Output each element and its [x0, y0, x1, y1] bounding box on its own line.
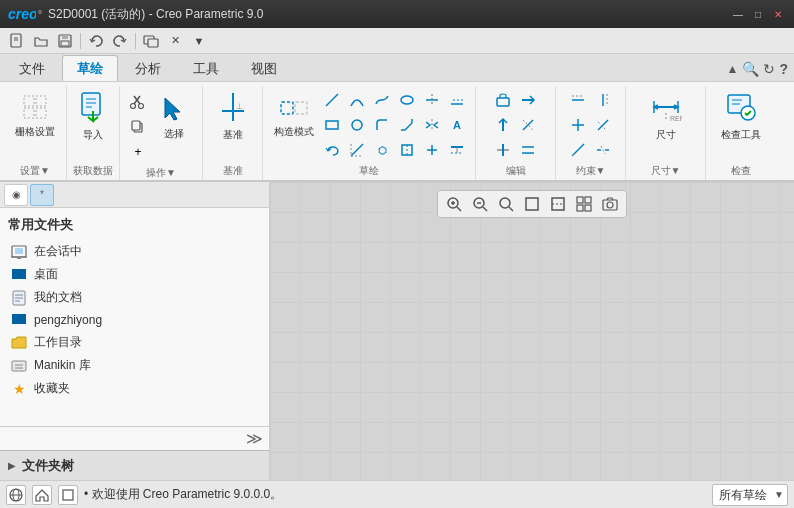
sidebar-item-docs[interactable]: 我的文档 [8, 286, 261, 309]
constraint-btn4[interactable] [591, 113, 615, 137]
maximize-button[interactable]: □ [750, 6, 766, 22]
import-button[interactable]: 导入 [73, 88, 113, 144]
datum-button[interactable]: ⊥ 基准 [215, 88, 251, 144]
grid-settings-button[interactable]: 栅格设置 [10, 88, 60, 144]
new-button[interactable] [6, 30, 28, 52]
copy-button[interactable] [126, 115, 150, 139]
resize-button[interactable] [395, 138, 419, 162]
status-box-button[interactable] [58, 485, 78, 505]
close-button[interactable]: ✕ [770, 6, 786, 22]
sidebar-item-favorites-label: 收藏夹 [34, 380, 70, 397]
tab-sketch[interactable]: 草绘 [62, 55, 118, 81]
constraint-btn1[interactable] [566, 88, 590, 112]
rotate-button[interactable] [320, 138, 344, 162]
mirror-button[interactable] [420, 113, 444, 137]
sidebar-item-session[interactable]: 在会话中 [8, 240, 261, 263]
thicken-button[interactable] [445, 138, 469, 162]
view-box2-button[interactable] [546, 193, 570, 215]
constraint-btn3[interactable] [566, 113, 590, 137]
sketch-group: 构造模式 [263, 86, 476, 180]
file-tree-section[interactable]: ▶ 文件夹树 [0, 450, 269, 480]
paste-button[interactable]: + [126, 140, 150, 164]
operations-group-content: + 选择 [126, 88, 196, 164]
dropdown-arrow-btn[interactable]: ▼ [188, 30, 210, 52]
sidebar-tab-1[interactable]: ◉ [4, 184, 28, 206]
window-controls[interactable]: — □ ✕ [730, 6, 786, 22]
pattern-button[interactable] [420, 138, 444, 162]
open-button[interactable] [30, 30, 52, 52]
ellipse-button[interactable] [395, 88, 419, 112]
tab-file[interactable]: 文件 [4, 55, 60, 81]
constraint-btn2[interactable] [591, 88, 615, 112]
refresh-icon[interactable]: ↻ [763, 61, 775, 77]
svg-text:REF: REF [670, 115, 682, 122]
svg-line-90 [457, 207, 461, 211]
sidebar-item-manikin[interactable]: Manikin 库 [8, 354, 261, 377]
view-grid-button[interactable] [572, 193, 596, 215]
line-button[interactable] [320, 88, 344, 112]
collapse-ribbon-icon[interactable]: ▲ [727, 62, 739, 76]
zoom-in-button[interactable] [442, 193, 466, 215]
camera-button[interactable] [598, 193, 622, 215]
edit-btn5[interactable] [491, 138, 515, 162]
zoom-fit-button[interactable] [494, 193, 518, 215]
dimension-group-label[interactable]: 尺寸▼ [632, 162, 699, 180]
switch-window-button[interactable] [140, 30, 162, 52]
arc-button[interactable] [345, 88, 369, 112]
expand-icon[interactable]: ≫ [246, 429, 263, 448]
tab-analysis[interactable]: 分析 [120, 55, 176, 81]
spline-button[interactable] [370, 88, 394, 112]
sidebar-tab-2[interactable]: * [30, 184, 54, 206]
chamfer-button[interactable] [395, 113, 419, 137]
edit-btn2[interactable] [516, 88, 540, 112]
select-button[interactable]: 选择 [152, 90, 196, 146]
constraint-group-label[interactable]: 约束▼ [562, 162, 619, 180]
sidebar-item-workdir[interactable]: 工作目录 [8, 331, 261, 354]
sidebar-item-pengzhiyong[interactable]: pengzhiyong [8, 309, 261, 331]
fillet-button[interactable] [370, 113, 394, 137]
edit-btn1[interactable] [491, 88, 515, 112]
undo-button[interactable] [85, 30, 107, 52]
text-button[interactable]: A [445, 113, 469, 137]
sidebar-item-manikin-label: Manikin 库 [34, 357, 91, 374]
edit-btn3[interactable] [491, 113, 515, 137]
offset-button[interactable] [445, 88, 469, 112]
tab-view[interactable]: 视图 [236, 55, 292, 81]
svg-point-106 [607, 202, 613, 208]
rectangle-button[interactable] [320, 113, 344, 137]
project-button[interactable]: ⬡ [370, 138, 394, 162]
edit-row3 [491, 138, 540, 162]
minimize-button[interactable]: — [730, 6, 746, 22]
cut-button[interactable] [126, 90, 150, 114]
sidebar-item-pengzhiyong-label: pengzhiyong [34, 313, 102, 327]
sidebar-item-favorites[interactable]: ★ 收藏夹 [8, 377, 261, 400]
sketch-filter-dropdown[interactable]: 所有草绘 活动草绘 仅显示 [712, 484, 788, 506]
save-button[interactable] [54, 30, 76, 52]
circle-button[interactable] [345, 113, 369, 137]
edit-btn4[interactable] [516, 113, 540, 137]
search-icon[interactable]: 🔍 [742, 61, 759, 77]
constraint-btn5[interactable] [566, 138, 590, 162]
canvas-area[interactable] [270, 182, 794, 480]
trim-button[interactable] [420, 88, 444, 112]
constraint-btn6[interactable] [591, 138, 615, 162]
close-window-button[interactable]: ✕ [164, 30, 186, 52]
settings-group-label[interactable]: 设置▼ [10, 162, 60, 180]
status-home-button[interactable] [32, 485, 52, 505]
status-globe-button[interactable] [6, 485, 26, 505]
sidebar-item-desktop[interactable]: 桌面 [8, 263, 261, 286]
dimension-button[interactable]: REF 尺寸 [645, 88, 687, 144]
zoom-out-button[interactable] [468, 193, 492, 215]
help-icon[interactable]: ? [779, 61, 788, 77]
check-tools-button[interactable]: 检查工具 [716, 88, 766, 144]
redo-button[interactable] [109, 30, 131, 52]
scale-button[interactable] [345, 138, 369, 162]
view-box-button[interactable] [520, 193, 544, 215]
edit-row1 [491, 88, 540, 112]
edit-btn6[interactable] [516, 138, 540, 162]
construction-mode-button[interactable]: 构造模式 [269, 88, 319, 144]
construction-icon [279, 94, 309, 124]
tab-tools[interactable]: 工具 [178, 55, 234, 81]
datum-label: 基准 [223, 129, 243, 141]
operations-group-label[interactable]: 操作▼ [126, 164, 196, 182]
